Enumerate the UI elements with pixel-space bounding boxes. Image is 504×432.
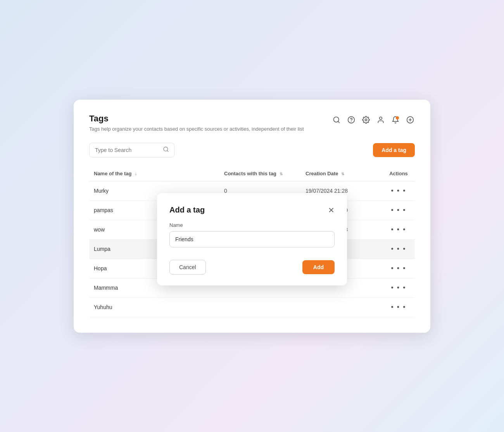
row-actions-button[interactable]: • • • — [391, 206, 406, 214]
row-actions-button[interactable]: • • • — [391, 264, 406, 273]
modal-title: Add a tag — [169, 206, 205, 214]
tags-panel: Tags Tags help organize your contacts ba… — [74, 100, 430, 333]
row-actions-button[interactable]: • • • — [391, 187, 406, 195]
row-actions: • • • — [382, 200, 415, 220]
page-subtitle: Tags help organize your contacts based o… — [89, 126, 304, 132]
panel-title-group: Tags Tags help organize your contacts ba… — [89, 114, 304, 132]
billing-icon[interactable] — [406, 115, 415, 124]
add-tag-button[interactable]: Add a tag — [373, 143, 415, 157]
col-header-date[interactable]: Creation Date ⇅ — [301, 167, 382, 181]
row-actions: • • • — [382, 278, 415, 297]
svg-point-6 — [396, 116, 399, 119]
search-submit-icon[interactable] — [163, 146, 169, 154]
search-box[interactable] — [89, 143, 174, 157]
col-header-name[interactable]: Name of the tag ↓ — [89, 167, 219, 181]
toolbar: Add a tag — [89, 143, 415, 157]
svg-point-5 — [380, 117, 382, 119]
profile-icon[interactable] — [376, 115, 385, 124]
col-header-contacts[interactable]: Contacts with this tag ⇅ — [219, 167, 301, 181]
notification-icon[interactable] — [391, 115, 400, 124]
row-actions: • • • — [382, 297, 415, 317]
row-name: Yuhuhu — [89, 297, 219, 317]
svg-line-1 — [338, 121, 340, 123]
row-actions-button[interactable]: • • • — [391, 284, 406, 292]
row-actions: • • • — [382, 239, 415, 259]
add-tag-modal: Add a tag ✕ Name Cancel Add — [157, 193, 347, 285]
row-date — [301, 297, 382, 317]
search-input[interactable] — [95, 147, 163, 153]
row-actions: • • • — [382, 259, 415, 278]
sort-arrows-contacts: ⇅ — [280, 172, 283, 176]
panel-header: Tags Tags help organize your contacts ba… — [89, 114, 415, 132]
row-contacts — [219, 297, 301, 317]
modal-footer: Cancel Add — [169, 260, 335, 275]
row-actions-button[interactable]: • • • — [391, 226, 406, 234]
col-header-actions: Actions — [382, 167, 415, 181]
row-actions-button[interactable]: • • • — [391, 303, 406, 311]
row-actions-button[interactable]: • • • — [391, 245, 406, 253]
modal-name-label: Name — [169, 222, 335, 228]
cancel-button[interactable]: Cancel — [169, 260, 206, 275]
row-actions: • • • — [382, 220, 415, 239]
sort-icon: ↓ — [135, 171, 137, 176]
settings-icon[interactable] — [361, 115, 371, 124]
add-confirm-button[interactable]: Add — [302, 260, 335, 274]
svg-point-4 — [365, 119, 367, 121]
help-icon[interactable] — [347, 115, 356, 124]
search-icon[interactable] — [332, 115, 341, 124]
row-actions: • • • — [382, 181, 415, 200]
modal-header: Add a tag ✕ — [169, 206, 335, 214]
page-title: Tags — [89, 114, 304, 124]
sort-arrows-date: ⇅ — [341, 172, 344, 176]
header-icons — [332, 115, 415, 124]
modal-close-button[interactable]: ✕ — [328, 206, 335, 214]
table-row: Yuhuhu • • • — [89, 297, 415, 317]
svg-line-11 — [167, 150, 168, 152]
modal-name-input[interactable] — [169, 231, 335, 247]
